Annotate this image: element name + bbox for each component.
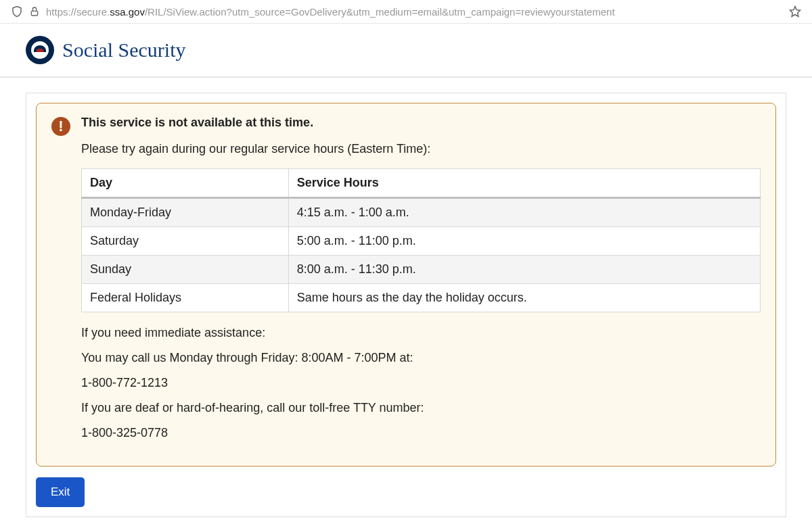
url-domain: ssa.gov [110, 6, 145, 18]
svg-marker-1 [790, 7, 800, 17]
alert-title: This service is not available at this ti… [81, 116, 761, 130]
alert-content: This service is not available at this ti… [81, 116, 761, 451]
assist-text: If you are deaf or hard-of-hearing, call… [81, 401, 761, 415]
table-row: Federal Holidays Same hours as the day t… [82, 284, 761, 312]
table-row: Saturday 5:00 a.m. - 11:00 p.m. [82, 227, 761, 256]
service-hours-table: Day Service Hours Monday-Friday 4:15 a.m… [81, 168, 761, 312]
assist-text: You may call us Monday through Friday: 8… [81, 351, 761, 365]
shield-icon[interactable] [11, 5, 23, 18]
cell-hours: 4:15 a.m. - 1:00 a.m. [288, 198, 760, 227]
address-bar: https://secure.ssa.gov/RIL/SiView.action… [0, 0, 812, 24]
phone-number: 1-800-772-1213 [81, 376, 761, 390]
table-row: Monday-Friday 4:15 a.m. - 1:00 a.m. [82, 198, 761, 227]
lock-icon[interactable] [28, 5, 41, 18]
url-prefix: https://secure. [46, 6, 110, 18]
cell-hours: Same hours as the day the holiday occurs… [288, 284, 760, 312]
bookmark-star-icon[interactable] [789, 5, 801, 18]
exit-button[interactable]: Exit [36, 477, 85, 507]
main-panel: ! This service is not available at this … [26, 93, 786, 517]
cell-hours: 8:00 a.m. - 11:30 p.m. [288, 256, 760, 284]
alert-intro: Please try again during our regular serv… [81, 142, 761, 156]
col-hours: Service Hours [288, 169, 760, 198]
cell-hours: 5:00 a.m. - 11:00 p.m. [288, 227, 760, 256]
col-day: Day [82, 169, 289, 198]
svg-rect-0 [31, 11, 37, 16]
url-suffix: /RIL/SiView.action?utm_source=GovDeliver… [145, 6, 615, 18]
url-text[interactable]: https://secure.ssa.gov/RIL/SiView.action… [46, 6, 784, 18]
ssa-seal-logo [26, 36, 54, 64]
cell-day: Saturday [82, 227, 289, 256]
table-row: Sunday 8:00 a.m. - 11:30 p.m. [82, 256, 761, 284]
service-unavailable-alert: ! This service is not available at this … [36, 103, 776, 467]
cell-day: Monday-Friday [82, 198, 289, 227]
page-content: ! This service is not available at this … [0, 78, 812, 526]
cell-day: Federal Holidays [82, 284, 289, 312]
site-header: Social Security [0, 24, 812, 78]
cell-day: Sunday [82, 256, 289, 284]
assist-text: If you need immediate assistance: [81, 326, 761, 340]
site-title: Social Security [62, 39, 185, 62]
alert-icon: ! [51, 117, 70, 136]
tty-number: 1-800-325-0778 [81, 426, 761, 440]
